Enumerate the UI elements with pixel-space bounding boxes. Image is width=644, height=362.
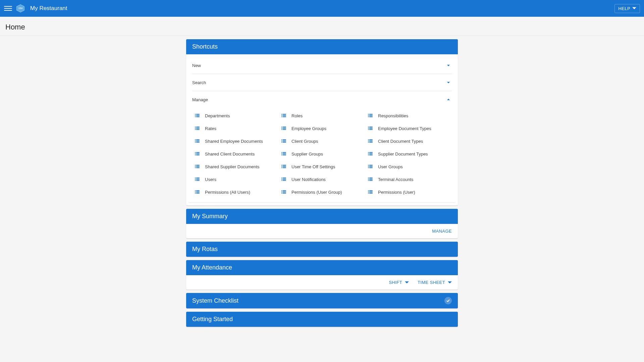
list-icon xyxy=(367,138,373,144)
list-icon xyxy=(281,164,287,170)
list-icon xyxy=(194,125,200,131)
list-icon xyxy=(281,138,287,144)
list-icon xyxy=(367,164,373,170)
manage-item-label: Employee Groups xyxy=(291,126,363,131)
my-rotas-header: My Rotas xyxy=(186,242,458,257)
help-button[interactable]: HELP xyxy=(614,4,640,13)
manage-item[interactable]: Supplier Groups xyxy=(279,147,365,160)
timesheet-dropdown-button[interactable]: TIME SHEET xyxy=(418,280,452,285)
expander-label: New xyxy=(192,63,201,68)
list-icon xyxy=(194,151,200,157)
manage-item[interactable]: Terminal Accounts xyxy=(365,173,452,186)
expander-manage[interactable]: Manage xyxy=(186,91,458,108)
manage-item-label: Supplier Groups xyxy=(291,152,363,157)
manage-item-label: Responsibilities xyxy=(378,113,450,118)
list-icon xyxy=(194,189,200,195)
my-rotas-card: My Rotas xyxy=(186,242,458,257)
app-title: My Restaurant xyxy=(30,5,67,12)
expander-search[interactable]: Search xyxy=(186,74,458,91)
appbar: 1BM My Restaurant HELP xyxy=(0,0,644,17)
getting-started-header: Getting Started xyxy=(186,312,458,327)
my-rotas-title: My Rotas xyxy=(192,246,218,253)
help-label: HELP xyxy=(618,6,630,11)
list-icon xyxy=(367,189,373,195)
list-icon xyxy=(367,176,373,182)
manage-item-label: User Time Off Settings xyxy=(291,164,363,169)
manage-item-label: Roles xyxy=(291,113,363,118)
manage-item-label: Supplier Document Types xyxy=(378,152,450,157)
system-checklist-card: System Checklist xyxy=(186,293,458,308)
page-title: Home xyxy=(5,23,639,32)
chevron-down-icon xyxy=(632,6,636,10)
chevron-down-icon xyxy=(448,281,452,285)
manage-item[interactable]: Permissions (All Users) xyxy=(192,186,279,198)
manage-item[interactable]: User Notifications xyxy=(279,173,365,186)
my-summary-title: My Summary xyxy=(192,213,228,220)
svg-text:1BM: 1BM xyxy=(18,7,22,9)
manage-item[interactable]: Employee Groups xyxy=(279,122,365,135)
manage-item[interactable]: Shared Employee Documents xyxy=(192,135,279,147)
chevron-down-icon xyxy=(445,79,452,86)
list-icon xyxy=(194,164,200,170)
list-icon xyxy=(194,138,200,144)
manage-item[interactable]: Client Groups xyxy=(279,135,365,147)
getting-started-title: Getting Started xyxy=(192,316,233,323)
manage-item[interactable]: Rates xyxy=(192,122,279,135)
manage-item[interactable]: Shared Supplier Documents xyxy=(192,160,279,173)
my-attendance-header: My Attendance xyxy=(186,260,458,275)
logo-icon: 1BM xyxy=(16,4,25,13)
page-header: Home xyxy=(0,17,644,36)
manage-item[interactable]: Client Document Types xyxy=(365,135,452,147)
manage-item-label: Departments xyxy=(205,113,277,118)
manage-item-label: Permissions (User) xyxy=(378,190,450,195)
manage-item-label: Users xyxy=(205,177,277,182)
expander-label: Manage xyxy=(192,97,208,102)
manage-summary-button[interactable]: MANAGE xyxy=(432,229,452,234)
shortcuts-card: Shortcuts New Search xyxy=(186,39,458,205)
shift-dropdown-button[interactable]: SHIFT xyxy=(389,280,409,285)
getting-started-card: Getting Started xyxy=(186,312,458,327)
manage-item-label: Shared Supplier Documents xyxy=(205,164,277,169)
list-icon xyxy=(367,113,373,119)
manage-item-label: Rates xyxy=(205,126,277,131)
shortcuts-header: Shortcuts xyxy=(186,39,458,54)
manage-item[interactable]: Roles xyxy=(279,109,365,122)
chevron-up-icon xyxy=(445,96,452,103)
chevron-down-icon xyxy=(445,62,452,69)
manage-item-label: Client Document Types xyxy=(378,139,450,144)
manage-item-label: Permissions (User Group) xyxy=(291,190,363,195)
my-attendance-card: My Attendance SHIFT TIME SHEET xyxy=(186,260,458,290)
manage-item[interactable]: Departments xyxy=(192,109,279,122)
expander-new[interactable]: New xyxy=(186,57,458,74)
shortcuts-title: Shortcuts xyxy=(192,43,218,50)
expander-label: Search xyxy=(192,80,206,85)
list-icon xyxy=(194,113,200,119)
my-summary-header: My Summary xyxy=(186,209,458,224)
manage-item-label: Permissions (All Users) xyxy=(205,190,277,195)
manage-item-label: Shared Client Documents xyxy=(205,152,277,157)
manage-item[interactable]: Shared Client Documents xyxy=(192,147,279,160)
manage-item[interactable]: User Groups xyxy=(365,160,452,173)
timesheet-label: TIME SHEET xyxy=(418,280,445,285)
manage-item-label: Client Groups xyxy=(291,139,363,144)
manage-item[interactable]: Supplier Document Types xyxy=(365,147,452,160)
manage-item[interactable]: Users xyxy=(192,173,279,186)
manage-item[interactable]: Permissions (User Group) xyxy=(279,186,365,198)
manage-item[interactable]: Employee Document Types xyxy=(365,122,452,135)
manage-grid: DepartmentsRolesResponsibilitiesRatesEmp… xyxy=(189,108,455,203)
manage-item-label: Employee Document Types xyxy=(378,126,450,131)
list-icon xyxy=(367,151,373,157)
manage-item[interactable]: User Time Off Settings xyxy=(279,160,365,173)
list-icon xyxy=(281,125,287,131)
manage-item[interactable]: Responsibilities xyxy=(365,109,452,122)
system-checklist-title: System Checklist xyxy=(192,297,238,304)
system-checklist-header: System Checklist xyxy=(186,293,458,308)
hamburger-menu-icon[interactable] xyxy=(4,4,12,12)
list-icon xyxy=(367,125,373,131)
manage-item-label: Shared Employee Documents xyxy=(205,139,277,144)
manage-item[interactable]: Permissions (User) xyxy=(365,186,452,198)
manage-item-label: User Notifications xyxy=(291,177,363,182)
shift-label: SHIFT xyxy=(389,280,402,285)
check-icon xyxy=(444,297,452,304)
my-attendance-title: My Attendance xyxy=(192,264,232,271)
